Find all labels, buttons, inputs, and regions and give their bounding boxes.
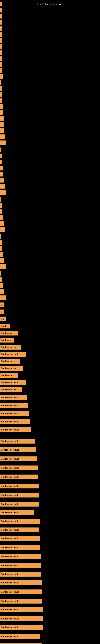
bar-label: Bottleneck result (1, 511, 19, 514)
bar-row: Bottleneck r (0, 330, 18, 336)
bar-fill (0, 283, 3, 288)
bar-row (0, 86, 1, 92)
bar-row (0, 202, 1, 208)
bar-fill (0, 258, 4, 263)
bar-row: Bottleneck result (0, 544, 40, 550)
bar-fill (0, 122, 4, 127)
bar-row (0, 80, 1, 86)
bar-label: Bottleneck result (1, 476, 19, 478)
bar-fill: Bottle (0, 324, 10, 328)
bar-row (0, 134, 5, 140)
bar-row: Bottleneck result (0, 402, 28, 408)
bar-label: Bottleneck res (1, 346, 16, 348)
bar-label: Bottleneck result (1, 520, 19, 522)
bar-row: Bottleneck result (0, 394, 27, 400)
bar-fill: Bottleneck result (0, 607, 43, 612)
bar-row (0, 74, 2, 80)
bar-row (0, 220, 4, 226)
bar-label: Bo (1, 318, 4, 320)
bar-row: Bottleneck result (0, 624, 43, 630)
bar-label: B (1, 304, 2, 306)
bar-fill (0, 227, 5, 232)
bar-row (0, 55, 2, 62)
bar-label: Bottleneck result (1, 485, 19, 487)
bar-row (0, 240, 1, 246)
bar-row: Bottleneck result (0, 501, 39, 507)
bar-fill (0, 221, 4, 226)
bar-fill (0, 215, 3, 220)
bar-fill (0, 20, 1, 24)
bar-fill (0, 104, 3, 109)
bar-fill (0, 296, 6, 300)
bar-label: Bottleneck result (1, 529, 19, 531)
bar-row (0, 295, 6, 301)
bar-fill: B (0, 302, 3, 307)
bar-fill: Bottleneck result (0, 590, 42, 594)
bar-fill (0, 110, 3, 115)
bar-fill (0, 234, 1, 239)
bar-row (0, 92, 2, 98)
bar-row: Bottleneck result (0, 598, 42, 604)
bar-fill (0, 74, 2, 79)
bar-fill: Bottleneck result (0, 634, 40, 639)
bar-fill: Bottleneck result (0, 419, 30, 424)
bar-fill (0, 62, 2, 67)
bar-row: Bottleneck re (0, 358, 20, 364)
bar-fill: Bottleneck result (0, 554, 41, 559)
bar-fill (0, 160, 2, 164)
bar-fill (0, 140, 6, 145)
bar-row: Bottleneck result (0, 379, 26, 386)
bar-fill: Bottleneck result (0, 563, 41, 568)
bar-fill: Bottleneck result (0, 466, 38, 470)
bar-label: Bottleneck result (1, 353, 19, 356)
bar-row: B (0, 302, 3, 308)
bar-row: Bottleneck resu (0, 365, 23, 371)
bar-fill (0, 80, 1, 85)
bar-row (0, 147, 1, 153)
bar-row: Bottleneck result (0, 427, 31, 433)
bar-fill (0, 56, 2, 61)
bar-label: Bottleneck result (1, 467, 19, 469)
bar-row (0, 13, 1, 19)
bar-fill (0, 44, 1, 49)
bar-fill: Bottleneck result (0, 616, 43, 621)
bar-fill: Bottlenec (0, 338, 14, 342)
bar-fill: Bottleneck result (0, 427, 31, 432)
bar-row (0, 289, 4, 295)
bar-fill: Bottleneck result (0, 572, 41, 576)
bar-fill (0, 92, 2, 97)
bar-row (0, 25, 1, 31)
bar-row (0, 37, 1, 43)
bar-fill (0, 98, 2, 103)
bar-fill (0, 86, 1, 91)
bar-label: Bottleneck result (1, 448, 19, 451)
bar-label: Bottleneck result (1, 635, 19, 638)
bar-label: Bottleneck result (1, 626, 19, 628)
bar-fill: Bottleneck result (0, 456, 37, 461)
bar-fill: Bottleneck result (0, 545, 40, 550)
bar-fill: Bottleneck result (0, 484, 39, 488)
bar-fill (0, 264, 6, 269)
bar-label: Bottleneck result (1, 503, 19, 505)
bar-fill: Bottleneck result (0, 493, 39, 498)
bar-label: Bottleneck result (1, 412, 19, 415)
bar-fill: Bottleneck result (0, 625, 43, 630)
bar-row: Bottleneck result (0, 465, 38, 471)
bar-row: Bottleneck result (0, 571, 41, 577)
bar-row: Bottleneck result (0, 616, 43, 622)
bar-label: Bottleneck result (1, 420, 19, 423)
bar-fill (0, 166, 2, 170)
bar-row (0, 189, 6, 195)
bar-row: Bottleneck result (0, 606, 43, 612)
bar-fill (0, 116, 3, 121)
bar-fill (0, 128, 4, 133)
bar-row (0, 110, 3, 116)
bar-fill: Bottleneck result (0, 448, 36, 452)
bar-fill (0, 184, 5, 188)
bar-row (0, 153, 1, 159)
bar-row: Bottleneck result (0, 554, 41, 560)
bar-label: Bottleneck result (1, 546, 19, 548)
bar-row (0, 122, 4, 128)
bar-row: Bottleneck res (0, 386, 22, 392)
bar-row (0, 19, 1, 25)
